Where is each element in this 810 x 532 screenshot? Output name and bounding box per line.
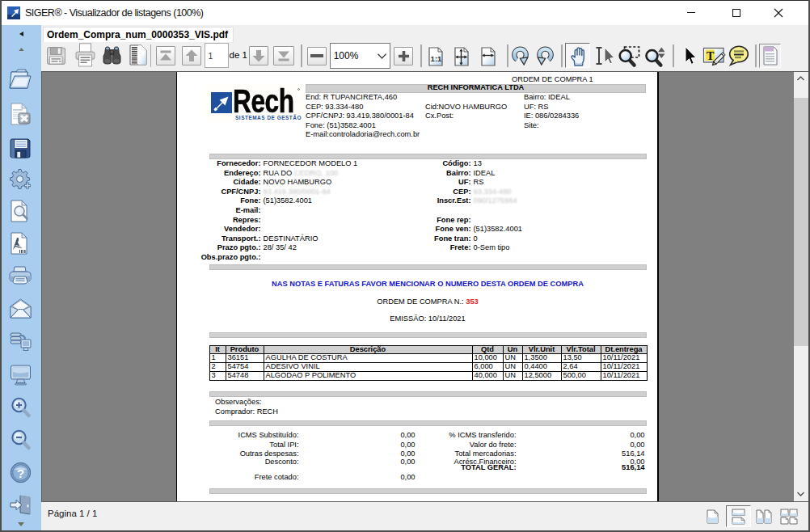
svg-text:1:1: 1:1 (431, 54, 442, 63)
svg-text:?: ? (17, 467, 24, 480)
svg-text:T: T (707, 50, 715, 62)
